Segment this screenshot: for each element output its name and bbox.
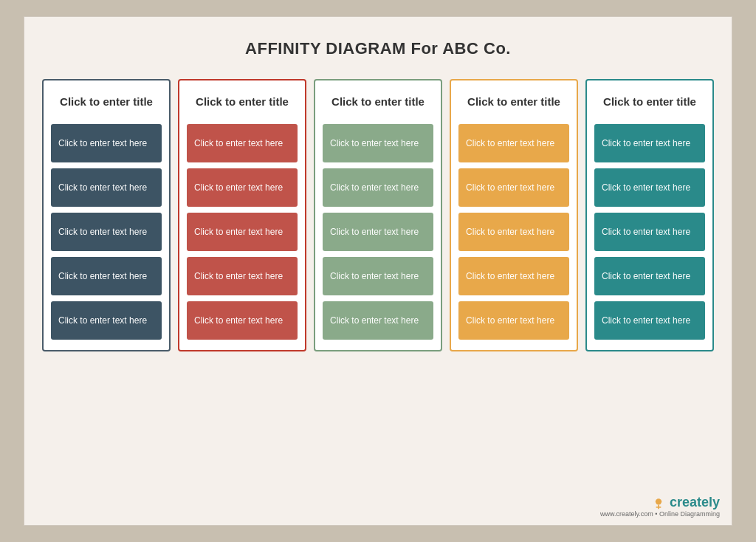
card[interactable]: Click to enter text here [323,168,433,207]
page-title: AFFINITY DIAGRAM For ABC Co. [42,39,714,58]
card[interactable]: Click to enter text here [187,213,298,251]
card[interactable]: Click to enter text here [51,213,162,251]
card[interactable]: Click to enter text here [594,168,705,207]
card[interactable]: Click to enter text here [51,124,162,162]
column-4-title[interactable]: Click to enter title [458,88,569,118]
card[interactable]: Click to enter text here [187,301,298,340]
card[interactable]: Click to enter text here [458,301,569,340]
card[interactable]: Click to enter text here [458,168,569,207]
card[interactable]: Click to enter text here [323,301,433,340]
svg-point-0 [656,498,662,504]
card[interactable]: Click to enter text here [323,124,433,162]
card[interactable]: Click to enter text here [187,124,298,162]
column-1: Click to enter title Click to enter text… [42,79,171,351]
card[interactable]: Click to enter text here [187,257,298,295]
card[interactable]: Click to enter text here [323,213,433,251]
card[interactable]: Click to enter text here [594,301,705,340]
column-5-title[interactable]: Click to enter title [594,88,705,118]
card[interactable]: Click to enter text here [51,257,162,295]
columns-wrapper: Click to enter title Click to enter text… [42,79,714,351]
card[interactable]: Click to enter text here [458,213,569,251]
column-3-title[interactable]: Click to enter title [323,88,433,118]
footer: creately www.creately.com • Online Diagr… [600,495,720,518]
column-5: Click to enter title Click to enter text… [585,79,714,351]
canvas: AFFINITY DIAGRAM For ABC Co. Click to en… [24,16,732,526]
creately-logo-icon [651,495,666,510]
footer-url: www.creately.com • Online Diagramming [600,510,720,518]
card[interactable]: Click to enter text here [458,124,569,162]
column-2-title[interactable]: Click to enter title [187,88,298,118]
column-3: Click to enter title Click to enter text… [314,79,442,351]
card[interactable]: Click to enter text here [594,124,705,162]
card[interactable]: Click to enter text here [187,168,298,207]
card[interactable]: Click to enter text here [594,213,705,251]
column-2: Click to enter title Click to enter text… [178,79,306,351]
card[interactable]: Click to enter text here [594,257,705,295]
column-4: Click to enter title Click to enter text… [450,79,578,351]
card[interactable]: Click to enter text here [51,168,162,207]
column-1-title[interactable]: Click to enter title [51,88,162,118]
card[interactable]: Click to enter text here [458,257,569,295]
card[interactable]: Click to enter text here [51,301,162,340]
brand-name: creately [670,495,720,510]
card[interactable]: Click to enter text here [323,257,433,295]
